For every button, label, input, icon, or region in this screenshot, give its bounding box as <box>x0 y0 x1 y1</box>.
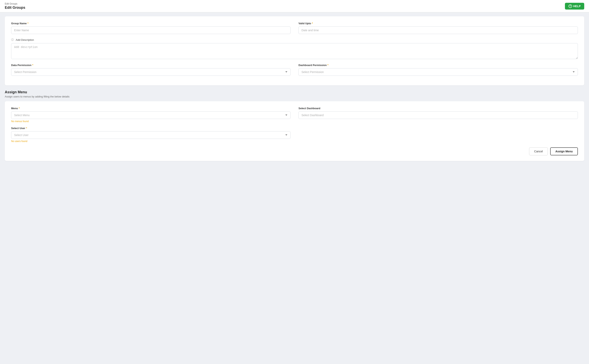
valid-upto-required: * <box>312 22 313 25</box>
group-name-label: Group Name * <box>11 22 290 25</box>
assign-form-row-2: Select User * Select User No users found <box>11 127 578 143</box>
select-user-required: * <box>26 127 27 130</box>
select-user-select-wrapper: Select User <box>11 131 290 139</box>
menu-select-wrapper: Select Menu <box>11 111 290 119</box>
menu-error: No menus found <box>11 120 290 123</box>
form-row-2: Data Permission * Select Permission Dash… <box>11 64 578 76</box>
data-permission-select[interactable]: Select Permission <box>11 68 290 76</box>
form-row-1: Group Name * Valid Upto * <box>11 22 578 34</box>
menu-group: Menu * Select Menu No menus found <box>11 107 290 123</box>
add-description-label: ⓘ Add Description <box>11 38 578 42</box>
info-icon: ⓘ <box>11 38 14 42</box>
data-permission-select-wrapper: Select Permission <box>11 68 290 76</box>
select-user-select[interactable]: Select User <box>11 131 290 139</box>
page-title: Edit Groups <box>5 6 25 10</box>
edit-groups-card: Group Name * Valid Upto * ⓘ Add Descript… <box>5 16 584 85</box>
menu-label: Menu * <box>11 107 290 110</box>
header: Edit Groups Edit Groups ? HELP <box>0 0 589 12</box>
group-name-input[interactable] <box>11 26 290 34</box>
valid-upto-group: Valid Upto * <box>299 22 578 34</box>
help-button[interactable]: ? HELP <box>565 3 584 10</box>
main-content: Group Name * Valid Upto * ⓘ Add Descript… <box>0 12 589 364</box>
assign-menu-subtext: Assign users to menus by adding filling … <box>5 95 584 98</box>
assign-menu-card: Menu * Select Menu No menus found Select… <box>5 101 584 161</box>
dashboard-permission-label: Dashboard Permission * <box>299 64 578 67</box>
placeholder-group <box>299 127 578 143</box>
description-textarea[interactable] <box>11 43 578 59</box>
dashboard-permission-required: * <box>327 64 328 67</box>
cancel-button[interactable]: Cancel <box>529 147 548 155</box>
menu-required: * <box>19 107 20 110</box>
group-name-required: * <box>27 22 28 25</box>
assign-menu-title: Assign Menu <box>5 90 584 94</box>
select-dashboard-input[interactable] <box>299 111 578 119</box>
select-user-label: Select User * <box>11 127 290 130</box>
select-dashboard-label: Select Dashboard <box>299 107 578 110</box>
button-row: Cancel Assign Menu <box>11 147 578 155</box>
help-icon: ? <box>569 4 572 8</box>
data-permission-group: Data Permission * Select Permission <box>11 64 290 76</box>
select-user-group: Select User * Select User No users found <box>11 127 290 143</box>
dashboard-permission-select-wrapper: Select Permission <box>299 68 578 76</box>
breadcrumb: Edit Groups <box>5 2 25 5</box>
description-row: ⓘ Add Description <box>11 38 578 60</box>
data-permission-label: Data Permission * <box>11 64 290 67</box>
valid-upto-label: Valid Upto * <box>299 22 578 25</box>
assign-menu-button[interactable]: Assign Menu <box>550 147 578 155</box>
select-user-error: No users found <box>11 140 290 143</box>
dashboard-permission-group: Dashboard Permission * Select Permission <box>299 64 578 76</box>
group-name-group: Group Name * <box>11 22 290 34</box>
valid-upto-input[interactable] <box>299 26 578 34</box>
assign-form-row-1: Menu * Select Menu No menus found Select… <box>11 107 578 123</box>
header-left: Edit Groups Edit Groups <box>5 2 25 10</box>
data-permission-required: * <box>32 64 33 67</box>
select-dashboard-group: Select Dashboard <box>299 107 578 123</box>
assign-menu-section-header: Assign Menu Assign users to menus by add… <box>5 90 584 98</box>
menu-select[interactable]: Select Menu <box>11 111 290 119</box>
dashboard-permission-select[interactable]: Select Permission <box>299 68 578 76</box>
